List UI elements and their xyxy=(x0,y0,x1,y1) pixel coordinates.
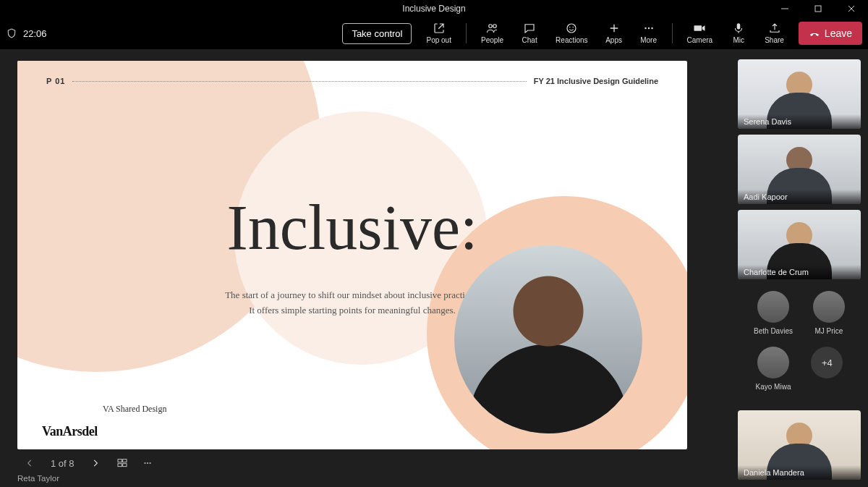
chat-icon xyxy=(523,22,536,35)
popout-label: Pop out xyxy=(426,36,451,44)
toolbar-separator xyxy=(466,23,467,43)
participant-panel: Serena Davis Aadi Kapoor Charlotte de Cr… xyxy=(738,49,868,487)
svg-rect-8 xyxy=(118,460,122,462)
participant-name: MJ Price xyxy=(815,327,843,335)
participant-chip[interactable]: Kayo Miwa xyxy=(756,347,791,391)
people-button[interactable]: People xyxy=(474,20,511,46)
participant-tile[interactable]: Aadi Kapoor xyxy=(738,135,861,204)
more-label: More xyxy=(640,36,657,44)
slide-logo: VanArsdel xyxy=(42,424,98,439)
overflow-count-chip[interactable]: +4 xyxy=(811,347,843,391)
app-root: Inclusive Design 22:06 Take control xyxy=(0,0,868,487)
participant-tile[interactable]: Charlotte de Crum xyxy=(738,210,861,279)
slide-shared-label: VA Shared Design xyxy=(103,404,166,415)
participant-name: Beth Davies xyxy=(754,327,793,335)
grid-view-button[interactable] xyxy=(116,457,128,469)
presenter-name: Reta Taylor xyxy=(17,474,732,483)
overflow-count: +4 xyxy=(811,347,843,378)
toolbar-center: Take control Pop out People Chat xyxy=(342,20,862,46)
share-icon xyxy=(768,22,781,35)
svg-rect-11 xyxy=(122,464,126,467)
next-slide-button[interactable] xyxy=(88,455,103,471)
leave-button[interactable]: Leave xyxy=(799,22,862,45)
shield-icon xyxy=(6,27,17,39)
stage-wrap: P 01 FY 21 Inclusive Design Guideline In… xyxy=(0,49,738,487)
chat-button[interactable]: Chat xyxy=(514,20,545,46)
participant-name: Daniela Mandera xyxy=(738,465,861,480)
mic-label: Mic xyxy=(733,36,744,44)
svg-point-5 xyxy=(647,27,649,29)
avatar-icon xyxy=(813,291,845,323)
people-label: People xyxy=(481,36,503,44)
participant-chip[interactable]: MJ Price xyxy=(813,291,845,335)
camera-icon xyxy=(692,22,707,35)
reactions-label: Reactions xyxy=(556,36,587,44)
slide-header-right: FY 21 Inclusive Design Guideline xyxy=(534,77,658,85)
reactions-button[interactable]: Reactions xyxy=(548,20,595,46)
reactions-icon xyxy=(565,22,578,35)
toolbar-left: 22:06 xyxy=(6,27,47,39)
slide-more-button[interactable] xyxy=(141,458,154,468)
svg-point-4 xyxy=(644,27,646,29)
avatar-icon xyxy=(757,291,789,323)
svg-point-2 xyxy=(569,27,571,28)
svg-point-6 xyxy=(651,27,652,29)
people-icon xyxy=(485,22,500,35)
svg-rect-9 xyxy=(122,460,126,462)
svg-point-1 xyxy=(567,24,576,33)
shared-slide: P 01 FY 21 Inclusive Design Guideline In… xyxy=(17,61,687,449)
take-control-button[interactable]: Take control xyxy=(342,23,412,44)
participant-chip[interactable]: Beth Davies xyxy=(754,291,793,335)
participant-name xyxy=(826,383,828,391)
participant-name: Charlotte de Crum xyxy=(738,265,861,279)
popout-button[interactable]: Pop out xyxy=(419,20,458,46)
prev-slide-button[interactable] xyxy=(22,455,38,471)
hangup-icon xyxy=(809,27,820,39)
participant-overflow-row: Beth Davies MJ Price xyxy=(738,291,861,335)
participant-name: Aadi Kapoor xyxy=(738,190,861,204)
call-duration: 22:06 xyxy=(23,28,47,39)
avatar-icon xyxy=(757,347,789,378)
slide-page-marker: P 01 xyxy=(46,77,65,85)
svg-point-13 xyxy=(147,462,148,464)
camera-button[interactable]: Camera xyxy=(680,20,720,46)
stage-footer: 1 of 8 xyxy=(17,455,732,471)
mic-button[interactable]: Mic xyxy=(723,20,754,46)
window-titlebar: Inclusive Design xyxy=(0,0,868,17)
svg-point-14 xyxy=(149,462,150,464)
window-title: Inclusive Design xyxy=(0,4,868,14)
svg-point-3 xyxy=(573,27,574,28)
more-icon xyxy=(642,22,655,35)
participant-tile[interactable]: Serena Davis xyxy=(738,59,861,129)
svg-point-12 xyxy=(144,462,145,464)
slide-counter: 1 of 8 xyxy=(51,458,75,469)
apps-button[interactable]: Apps xyxy=(598,20,630,46)
slide-portrait xyxy=(454,245,642,433)
self-video-tile[interactable]: Daniela Mandera xyxy=(738,410,861,480)
more-button[interactable]: More xyxy=(633,20,665,46)
meeting-body: P 01 FY 21 Inclusive Design Guideline In… xyxy=(0,49,868,487)
share-label: Share xyxy=(765,36,784,44)
meeting-toolbar: 22:06 Take control Pop out People xyxy=(0,17,868,49)
participant-name: Kayo Miwa xyxy=(756,383,791,391)
chat-label: Chat xyxy=(522,36,537,44)
share-button[interactable]: Share xyxy=(757,20,791,46)
svg-rect-7 xyxy=(737,23,741,29)
leave-label: Leave xyxy=(825,27,852,39)
mic-icon xyxy=(732,22,745,35)
plus-icon xyxy=(608,22,621,35)
apps-label: Apps xyxy=(605,36,622,44)
participant-name: Serena Davis xyxy=(738,114,861,129)
toolbar-separator xyxy=(672,23,673,43)
dotted-rule xyxy=(72,81,526,82)
popout-icon xyxy=(433,22,446,35)
participant-overflow-row: Kayo Miwa +4 xyxy=(738,347,861,391)
slide-header: P 01 FY 21 Inclusive Design Guideline xyxy=(46,77,658,85)
svg-rect-10 xyxy=(118,464,122,467)
camera-label: Camera xyxy=(687,36,713,44)
